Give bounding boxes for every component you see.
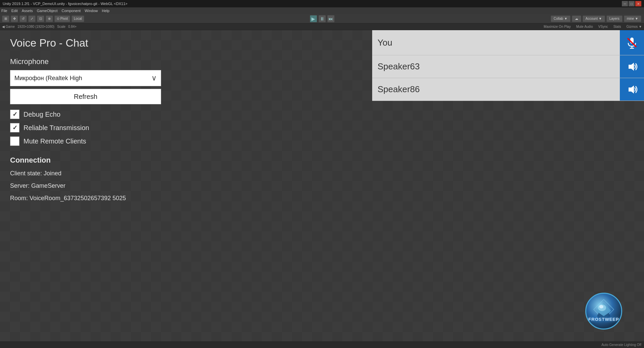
speaker-icon-86 [626,83,638,96]
auto-gen-text: Auto Generate Lighting Off [601,343,641,347]
microphone-dropdown-container: Микрофон (Realtek High ∨ [10,70,161,86]
menu-window[interactable]: Window [85,9,98,13]
local-label: Local [74,17,82,20]
svg-marker-5 [629,85,634,94]
scale-value: 0.84+ [68,25,77,28]
account-button[interactable]: Account ▼ [583,15,605,22]
menu-gameobject[interactable]: GameObject [37,9,58,13]
menu-help[interactable]: Help [102,9,109,13]
window-title: Unity 2019.1.2f1 - VCP_DemoUI.unity - fg… [3,2,622,6]
server-text: Server: GameServer [10,182,185,189]
debug-echo-row: Debug Echo [10,110,185,119]
pause-button[interactable]: ⏸ [318,15,326,22]
frostweep-logo: FROSTWEEP [584,291,624,331]
app-title: Voice Pro - Chat [10,37,185,49]
game-label: ◀ Game [2,25,15,28]
reliable-transmission-row: Reliable Transmission [10,123,185,132]
resolution-text: 1920×1080 (1920×1080) [17,25,54,28]
mine-button[interactable]: mine ▼ [624,15,641,22]
right-panel: You Speaker63 [372,30,644,101]
left-panel: Voice Pro - Chat Microphone Микрофон (Re… [0,30,195,214]
speaker-btn-86[interactable] [620,78,644,101]
menu-edit[interactable]: Edit [11,9,18,13]
play-button[interactable]: ▶ [310,15,317,22]
frostweep-circle: FROSTWEEP [585,293,622,330]
speaker-name-63: Speaker63 [378,61,420,72]
menu-file[interactable]: File [1,9,7,13]
mute-label[interactable]: Mute Audio [576,25,593,28]
muted-mic-icon [626,36,638,49]
toolbar-transform4[interactable]: ⤢ [28,15,36,22]
speaker-name-86: Speaker86 [378,84,420,95]
window-controls: ─ □ ✕ [622,1,641,6]
mute-remote-label: Mute Remote Clients [23,137,86,145]
local-button[interactable]: Local [71,15,84,22]
layers-button[interactable]: Layers [606,15,623,22]
svg-point-9 [599,305,603,308]
toolbar: ⊞ ✥ ↺ ⤢ ⊡ ⊕ ⊙ Pivot Local ▶ ⏸ ⏭ Collab ▼… [0,14,644,23]
microphone-section-label: Microphone [10,57,185,66]
close-button[interactable]: ✕ [635,1,641,6]
menu-component[interactable]: Component [61,9,81,13]
speaker-row-86: Speaker86 [372,78,644,101]
title-bar: Unity 2019.1.2f1 - VCP_DemoUI.unity - fg… [0,0,644,7]
reliable-transmission-checkbox[interactable] [10,123,19,132]
secondary-bar: ◀ Game 1920×1080 (1920×1080) Scale 0.84+… [0,23,644,30]
microphone-dropdown[interactable]: Микрофон (Realtek High ∨ [10,70,161,86]
speaker-name-you: You [378,38,392,48]
mute-remote-checkbox[interactable] [10,136,19,146]
stats-label[interactable]: Stats [613,25,621,28]
pivot-button[interactable]: ⊙ Pivot [54,15,70,22]
toolbar-transform5[interactable]: ⊡ [37,15,44,22]
playmode-controls: ▶ ⏸ ⏭ [310,15,335,22]
menu-assets[interactable]: Assets [22,9,33,13]
room-text: Room: VoiceRoom_63732502657392 5025 [10,195,185,202]
speaker-row-63: Speaker63 [372,55,644,78]
pivot-label: Pivot [60,17,68,20]
maximize-label[interactable]: Maximize On Play [544,25,571,28]
maximize-button[interactable]: □ [629,1,635,6]
speaker-row-you: You [372,30,644,55]
menu-bar: File Edit Assets GameObject Component Wi… [0,7,644,14]
toolbar-right: Collab ▼ ☁ Account ▼ Layers mine ▼ [551,15,641,22]
ui-panel: Voice Pro - Chat Microphone Микрофон (Re… [0,30,644,341]
collab-button[interactable]: Collab ▼ [551,15,571,22]
toolbar-transform1[interactable]: ⊞ [2,15,9,22]
speaker-btn-63[interactable] [620,55,644,78]
speaker-icon-63 [626,61,638,73]
status-bar: Auto Generate Lighting Off [0,341,644,348]
cloud-button[interactable]: ☁ [572,15,581,22]
debug-echo-label: Debug Echo [23,111,60,118]
microphone-selected-value: Микрофон (Realtek High [14,75,82,82]
vsync-label[interactable]: VSync [598,25,608,28]
frostweep-text: FROSTWEEP [588,317,619,322]
debug-echo-checkbox[interactable] [10,110,19,119]
svg-marker-4 [629,63,634,71]
pivot-icon: ⊙ [57,17,59,20]
connection-section-label: Connection [10,156,185,165]
speaker-btn-you[interactable] [620,30,644,55]
scale-label: Scale [57,25,65,28]
content-area: Voice Pro - Chat Microphone Микрофон (Re… [0,30,644,341]
refresh-button[interactable]: Refresh [10,89,161,104]
reliable-transmission-label: Reliable Transmission [23,124,89,132]
refresh-label: Refresh [74,93,97,101]
step-button[interactable]: ⏭ [327,15,335,22]
dropdown-arrow-icon: ∨ [151,74,157,82]
connection-section: Connection Client state: Joined Server: … [10,156,185,202]
client-state-text: Client state: Joined [10,170,185,177]
toolbar-transform6[interactable]: ⊕ [46,15,53,22]
gizmos-label[interactable]: Gizmos ▼ [626,25,642,28]
toolbar-transform2[interactable]: ✥ [11,15,18,22]
minimize-button[interactable]: ─ [622,1,628,6]
toolbar-transform3[interactable]: ↺ [19,15,27,22]
mute-remote-row: Mute Remote Clients [10,136,185,146]
